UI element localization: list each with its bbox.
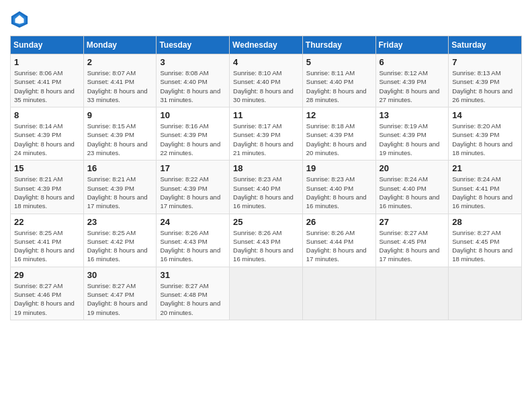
calendar-day-cell: 1 Sunrise: 8:06 AMSunset: 4:41 PMDayligh… bbox=[11, 54, 84, 107]
calendar-day-cell: 15 Sunrise: 8:21 AMSunset: 4:39 PMDaylig… bbox=[11, 161, 84, 214]
day-detail: Sunrise: 8:27 AMSunset: 4:48 PMDaylight:… bbox=[160, 282, 220, 316]
calendar-day-cell: 20 Sunrise: 8:24 AMSunset: 4:40 PMDaylig… bbox=[375, 161, 449, 214]
calendar-week-row: 8 Sunrise: 8:14 AMSunset: 4:39 PMDayligh… bbox=[11, 107, 522, 161]
calendar-week-row: 29 Sunrise: 8:27 AMSunset: 4:46 PMDaylig… bbox=[11, 267, 522, 320]
calendar-day-cell: 4 Sunrise: 8:10 AMSunset: 4:40 PMDayligh… bbox=[230, 54, 303, 107]
day-detail: Sunrise: 8:20 AMSunset: 4:39 PMDaylight:… bbox=[452, 122, 513, 156]
day-detail: Sunrise: 8:25 AMSunset: 4:41 PMDaylight:… bbox=[14, 229, 75, 263]
calendar-day-cell: 28 Sunrise: 8:27 AMSunset: 4:45 PMDaylig… bbox=[449, 214, 522, 267]
calendar-day-cell: 2 Sunrise: 8:07 AMSunset: 4:41 PMDayligh… bbox=[83, 54, 157, 107]
day-detail: Sunrise: 8:13 AMSunset: 4:39 PMDaylight:… bbox=[452, 69, 513, 103]
day-detail: Sunrise: 8:27 AMSunset: 4:47 PMDaylight:… bbox=[87, 282, 148, 316]
calendar-day-cell: 24 Sunrise: 8:26 AMSunset: 4:43 PMDaylig… bbox=[157, 214, 230, 267]
day-detail: Sunrise: 8:21 AMSunset: 4:39 PMDaylight:… bbox=[87, 175, 148, 210]
day-number: 4 bbox=[233, 57, 299, 67]
day-detail: Sunrise: 8:27 AMSunset: 4:46 PMDaylight:… bbox=[14, 282, 75, 316]
calendar-day-cell: 9 Sunrise: 8:15 AMSunset: 4:39 PMDayligh… bbox=[83, 107, 157, 161]
calendar-day-cell: 8 Sunrise: 8:14 AMSunset: 4:39 PMDayligh… bbox=[11, 107, 84, 161]
calendar-day-cell: 30 Sunrise: 8:27 AMSunset: 4:47 PMDaylig… bbox=[83, 267, 157, 320]
day-detail: Sunrise: 8:16 AMSunset: 4:39 PMDaylight:… bbox=[160, 122, 220, 156]
day-number: 21 bbox=[452, 163, 518, 173]
day-number: 20 bbox=[380, 163, 445, 173]
calendar-day-cell: 22 Sunrise: 8:25 AMSunset: 4:41 PMDaylig… bbox=[11, 214, 84, 267]
calendar-day-cell: 29 Sunrise: 8:27 AMSunset: 4:46 PMDaylig… bbox=[11, 267, 84, 320]
day-number: 15 bbox=[14, 163, 80, 173]
day-number: 8 bbox=[14, 110, 80, 120]
logo-icon bbox=[10, 10, 29, 29]
header-sunday: Sunday bbox=[11, 36, 84, 54]
day-detail: Sunrise: 8:18 AMSunset: 4:39 PMDaylight:… bbox=[306, 122, 367, 156]
calendar-day-cell: 5 Sunrise: 8:11 AMSunset: 4:40 PMDayligh… bbox=[302, 54, 375, 107]
day-detail: Sunrise: 8:24 AMSunset: 4:40 PMDaylight:… bbox=[380, 175, 440, 210]
day-detail: Sunrise: 8:21 AMSunset: 4:39 PMDaylight:… bbox=[14, 175, 75, 210]
calendar-week-row: 1 Sunrise: 8:06 AMSunset: 4:41 PMDayligh… bbox=[11, 54, 522, 107]
day-number: 27 bbox=[380, 217, 445, 227]
header-thursday: Thursday bbox=[302, 36, 375, 54]
day-number: 23 bbox=[87, 217, 153, 227]
day-number: 9 bbox=[87, 110, 153, 120]
calendar-day-cell bbox=[449, 267, 522, 320]
day-detail: Sunrise: 8:15 AMSunset: 4:39 PMDaylight:… bbox=[87, 122, 148, 156]
day-detail: Sunrise: 8:11 AMSunset: 4:40 PMDaylight:… bbox=[306, 69, 367, 103]
day-number: 18 bbox=[233, 163, 299, 173]
day-detail: Sunrise: 8:08 AMSunset: 4:40 PMDaylight:… bbox=[160, 69, 220, 103]
day-number: 5 bbox=[306, 57, 372, 67]
header-saturday: Saturday bbox=[449, 36, 522, 54]
calendar-day-cell: 17 Sunrise: 8:22 AMSunset: 4:39 PMDaylig… bbox=[157, 161, 230, 214]
day-detail: Sunrise: 8:17 AMSunset: 4:39 PMDaylight:… bbox=[233, 122, 294, 156]
calendar-day-cell: 31 Sunrise: 8:27 AMSunset: 4:48 PMDaylig… bbox=[157, 267, 230, 320]
day-detail: Sunrise: 8:22 AMSunset: 4:39 PMDaylight:… bbox=[160, 175, 220, 210]
day-detail: Sunrise: 8:23 AMSunset: 4:40 PMDaylight:… bbox=[233, 175, 294, 210]
day-detail: Sunrise: 8:26 AMSunset: 4:44 PMDaylight:… bbox=[306, 229, 367, 263]
day-detail: Sunrise: 8:19 AMSunset: 4:39 PMDaylight:… bbox=[380, 122, 440, 156]
calendar-day-cell: 21 Sunrise: 8:24 AMSunset: 4:41 PMDaylig… bbox=[449, 161, 522, 214]
day-number: 16 bbox=[87, 163, 153, 173]
calendar-week-row: 15 Sunrise: 8:21 AMSunset: 4:39 PMDaylig… bbox=[11, 161, 522, 214]
day-detail: Sunrise: 8:24 AMSunset: 4:41 PMDaylight:… bbox=[452, 175, 513, 210]
day-number: 14 bbox=[452, 110, 518, 120]
day-number: 26 bbox=[306, 217, 372, 227]
day-detail: Sunrise: 8:12 AMSunset: 4:39 PMDaylight:… bbox=[380, 69, 440, 103]
calendar-day-cell: 6 Sunrise: 8:12 AMSunset: 4:39 PMDayligh… bbox=[375, 54, 449, 107]
day-detail: Sunrise: 8:14 AMSunset: 4:39 PMDaylight:… bbox=[14, 122, 75, 156]
calendar-day-cell: 19 Sunrise: 8:23 AMSunset: 4:40 PMDaylig… bbox=[302, 161, 375, 214]
calendar-day-cell bbox=[375, 267, 449, 320]
calendar-day-cell: 26 Sunrise: 8:26 AMSunset: 4:44 PMDaylig… bbox=[302, 214, 375, 267]
day-detail: Sunrise: 8:25 AMSunset: 4:42 PMDaylight:… bbox=[87, 229, 148, 263]
day-detail: Sunrise: 8:23 AMSunset: 4:40 PMDaylight:… bbox=[306, 175, 367, 210]
header-tuesday: Tuesday bbox=[157, 36, 230, 54]
calendar-header-row: SundayMondayTuesdayWednesdayThursdayFrid… bbox=[11, 36, 522, 54]
calendar-day-cell bbox=[230, 267, 303, 320]
day-number: 31 bbox=[160, 270, 226, 280]
day-detail: Sunrise: 8:27 AMSunset: 4:45 PMDaylight:… bbox=[380, 229, 440, 263]
calendar-day-cell: 10 Sunrise: 8:16 AMSunset: 4:39 PMDaylig… bbox=[157, 107, 230, 161]
day-number: 7 bbox=[452, 57, 518, 67]
page-header bbox=[10, 10, 522, 29]
day-detail: Sunrise: 8:06 AMSunset: 4:41 PMDaylight:… bbox=[14, 69, 75, 103]
calendar-day-cell: 16 Sunrise: 8:21 AMSunset: 4:39 PMDaylig… bbox=[83, 161, 157, 214]
day-number: 11 bbox=[233, 110, 299, 120]
day-number: 2 bbox=[87, 57, 153, 67]
day-detail: Sunrise: 8:10 AMSunset: 4:40 PMDaylight:… bbox=[233, 69, 294, 103]
day-number: 19 bbox=[306, 163, 372, 173]
day-detail: Sunrise: 8:07 AMSunset: 4:41 PMDaylight:… bbox=[87, 69, 148, 103]
calendar-day-cell: 12 Sunrise: 8:18 AMSunset: 4:39 PMDaylig… bbox=[302, 107, 375, 161]
calendar-day-cell: 3 Sunrise: 8:08 AMSunset: 4:40 PMDayligh… bbox=[157, 54, 230, 107]
header-friday: Friday bbox=[375, 36, 449, 54]
day-detail: Sunrise: 8:27 AMSunset: 4:45 PMDaylight:… bbox=[452, 229, 513, 263]
day-number: 12 bbox=[306, 110, 372, 120]
day-number: 3 bbox=[160, 57, 226, 67]
day-number: 6 bbox=[380, 57, 445, 67]
header-wednesday: Wednesday bbox=[230, 36, 303, 54]
calendar-day-cell: 25 Sunrise: 8:26 AMSunset: 4:43 PMDaylig… bbox=[230, 214, 303, 267]
day-detail: Sunrise: 8:26 AMSunset: 4:43 PMDaylight:… bbox=[160, 229, 220, 263]
calendar-day-cell bbox=[302, 267, 375, 320]
day-number: 28 bbox=[452, 217, 518, 227]
day-number: 25 bbox=[233, 217, 299, 227]
day-number: 24 bbox=[160, 217, 226, 227]
day-number: 1 bbox=[14, 57, 80, 67]
day-number: 10 bbox=[160, 110, 226, 120]
calendar-day-cell: 14 Sunrise: 8:20 AMSunset: 4:39 PMDaylig… bbox=[449, 107, 522, 161]
calendar-day-cell: 11 Sunrise: 8:17 AMSunset: 4:39 PMDaylig… bbox=[230, 107, 303, 161]
day-number: 29 bbox=[14, 270, 80, 280]
